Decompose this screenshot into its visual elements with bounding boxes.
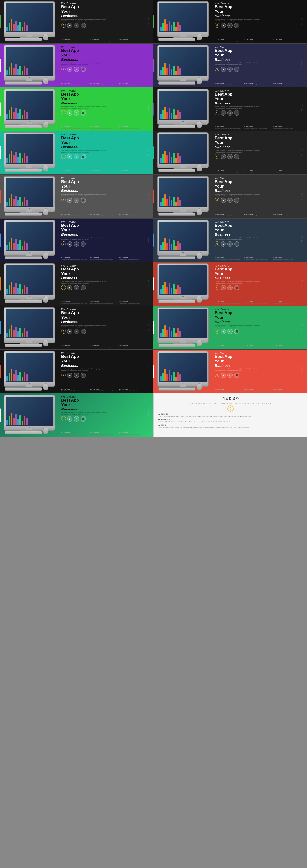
mouse — [43, 209, 48, 215]
info-desc-3: Praesent dignissim nisi at libero ultric… — [273, 128, 300, 129]
info-num-3: 03. CREATION — [119, 39, 147, 40]
social-icon-2[interactable]: ◎ — [74, 66, 79, 72]
social-icon-1[interactable]: ▶ — [221, 241, 226, 247]
info-row-r2-right: 01. CREATION Donec blandit porttitor eff… — [215, 82, 300, 86]
social-icon-1[interactable]: ▶ — [221, 198, 226, 203]
social-icon-2[interactable]: ◎ — [227, 198, 233, 203]
social-icon-3[interactable]: ⬛ — [234, 154, 239, 159]
social-icon-1[interactable]: ▶ — [67, 373, 72, 378]
social-icon-3[interactable]: ⬛ — [80, 329, 86, 334]
we-create-r5-left: We Create — [61, 177, 146, 180]
keyboard — [158, 213, 196, 216]
desc-r6-left: consectetur adipiscing erat. Fusce conse… — [61, 237, 107, 240]
info-num-2: 02. CREATION — [90, 170, 118, 171]
social-icon-1[interactable]: ▶ — [67, 110, 72, 116]
info-item-2: 02. CREATION Maecenas eu feugiat lectus.… — [244, 214, 271, 217]
social-icon-2[interactable]: ◎ — [227, 241, 233, 247]
social-icon-2[interactable]: ◎ — [227, 23, 233, 28]
social-icon-2[interactable]: ◎ — [227, 154, 233, 159]
social-icon-1[interactable]: ▶ — [67, 416, 72, 422]
social-icon-3[interactable]: ⬛ — [80, 198, 86, 203]
social-icon-3[interactable]: ⬛ — [80, 110, 86, 116]
mouse — [43, 252, 48, 259]
social-icon-3[interactable]: ⬛ — [234, 285, 239, 290]
social-icon-1[interactable]: ▶ — [67, 329, 72, 334]
keyboard — [158, 82, 196, 85]
info-item-1: 01. CREATION Donec blandit porttitor eff… — [215, 39, 242, 42]
panel-r5-right: We Create Best App Your Business. consec… — [154, 175, 307, 218]
best-app-r8-right: Best App — [215, 311, 300, 315]
social-icon-3[interactable]: ⬛ — [80, 241, 86, 247]
social-icon-1[interactable]: ▶ — [221, 329, 226, 334]
social-icons-r6-right: ▶ ◎ ⬛ — [221, 241, 239, 247]
business-r10-left: Business. — [61, 407, 146, 411]
social-icon-1[interactable]: ▶ — [221, 23, 226, 28]
social-icon-2[interactable]: ◎ — [74, 23, 79, 28]
mouse — [43, 78, 48, 84]
c-logo-r9-left: C — [61, 373, 66, 377]
social-icon-1[interactable]: ▶ — [67, 154, 72, 159]
social-icon-1[interactable]: ▶ — [221, 110, 226, 116]
social-icon-2[interactable]: ◎ — [74, 154, 79, 159]
social-icon-1[interactable]: ▶ — [67, 241, 72, 247]
monitor-screen — [159, 353, 207, 382]
social-icon-2[interactable]: ◎ — [74, 241, 79, 247]
your-r1-right: Your — [215, 9, 300, 14]
panel-r3-left: We Create Best App Your Business. consec… — [0, 87, 154, 131]
accent-bar-r2-right — [154, 59, 155, 72]
social-icons-r1-right: ▶ ◎ ⬛ — [221, 23, 239, 28]
social-icon-3[interactable]: ⬛ — [80, 416, 86, 422]
social-icon-1[interactable]: ▶ — [67, 66, 72, 72]
social-icon-2[interactable]: ◎ — [74, 198, 79, 203]
social-icon-3[interactable]: ⬛ — [234, 23, 239, 28]
info-item-2: 02. CREATION Maecenas eu feugiat lectus.… — [90, 82, 118, 86]
social-icon-3[interactable]: ⬛ — [80, 23, 86, 28]
social-icon-2[interactable]: ◎ — [74, 373, 79, 378]
social-icon-3[interactable]: ⬛ — [234, 66, 239, 72]
social-icon-2[interactable]: ◎ — [74, 329, 79, 334]
social-icon-3[interactable]: ⬛ — [234, 198, 239, 203]
social-icon-1[interactable]: ▶ — [67, 23, 72, 28]
social-icon-1[interactable]: ▶ — [67, 198, 72, 203]
grid-row-9: We Create Best App Your Business. consec… — [0, 350, 307, 393]
info-item-3: 03. CREATION Praesent dignissim nisi at … — [119, 432, 147, 435]
social-icon-3[interactable]: ⬛ — [234, 329, 239, 334]
monitor-area — [157, 132, 212, 172]
social-icon-1[interactable]: ▶ — [221, 285, 226, 290]
info-item-3: 03. CREATION Praesent dignissim nisi at … — [119, 170, 147, 173]
social-icon-1[interactable]: ▶ — [221, 373, 226, 378]
social-icon-3[interactable]: ⬛ — [234, 373, 239, 378]
social-icon-3[interactable]: ⬛ — [234, 110, 239, 116]
social-icon-2[interactable]: ◎ — [227, 66, 233, 72]
monitor-screen — [159, 309, 207, 338]
info-desc-2: Maecenas eu feugiat lectus. Morbi iaculi… — [90, 390, 118, 392]
social-icon-3[interactable]: ⬛ — [80, 66, 86, 72]
social-icon-1[interactable]: ▶ — [221, 66, 226, 72]
accent-bar-r5-left — [0, 190, 1, 203]
info-item-1: 01. CREATION Donec blandit porttitor eff… — [215, 82, 242, 86]
info-num-3: 03. CREATION — [119, 301, 147, 302]
social-icon-2[interactable]: ◎ — [74, 285, 79, 290]
mouse — [197, 252, 202, 259]
info-item-3: 03. CREATION Praesent dignissim nisi at … — [273, 214, 300, 217]
your-r4-right: Your — [215, 141, 300, 145]
social-icon-2[interactable]: ◎ — [227, 285, 233, 290]
info-item-3: 03. CREATION Praesent dignissim nisi at … — [273, 257, 300, 260]
social-icon-2[interactable]: ◎ — [227, 110, 233, 116]
social-icon-2[interactable]: ◎ — [227, 329, 233, 334]
social-icon-3[interactable]: ⬛ — [80, 154, 86, 159]
social-icon-1[interactable]: ▶ — [67, 285, 72, 290]
info-item-1: 01. CREATION Donec blandit porttitor eff… — [61, 214, 89, 217]
social-icon-1[interactable]: ▶ — [221, 154, 226, 159]
info-row-r8-right: 01. CREATION Donec blandit porttitor eff… — [215, 345, 300, 348]
monitor-screen — [5, 266, 53, 295]
social-icon-3[interactable]: ⬛ — [234, 241, 239, 247]
social-icon-2[interactable]: ◎ — [227, 373, 233, 378]
accent-bar-r2-left — [0, 59, 1, 72]
info-item-2: 02. CREATION Maecenas eu feugiat lectus.… — [244, 82, 271, 86]
social-icon-2[interactable]: ◎ — [74, 110, 79, 116]
social-icon-3[interactable]: ⬛ — [80, 373, 86, 378]
social-icon-2[interactable]: ◎ — [74, 416, 79, 422]
social-icon-3[interactable]: ⬛ — [80, 285, 86, 290]
panel-r5-left: We Create Best App Your Business. consec… — [0, 175, 154, 218]
